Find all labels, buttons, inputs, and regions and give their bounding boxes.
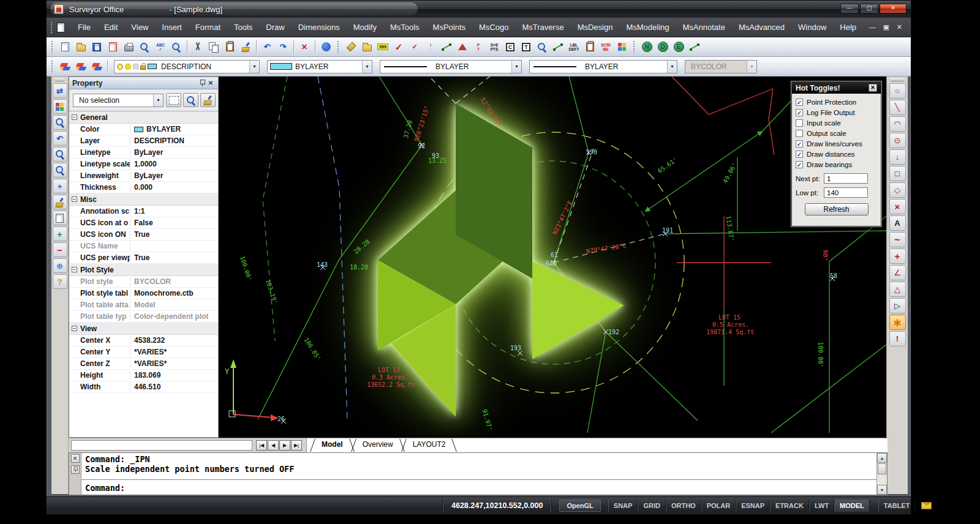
status-toggle-esnap[interactable]: ESNAP [736,500,770,512]
coordinate-display-icon[interactable] [614,40,629,54]
toggle-row[interactable]: ✓Draw distances [796,149,877,159]
chevron-down-icon[interactable]: ▼ [362,61,372,73]
collapse-icon[interactable]: − [72,326,77,331]
status-toggle-grid[interactable]: GRID [638,500,666,512]
mdi-restore-button[interactable]: ▣ [883,23,889,31]
property-value[interactable]: True [130,253,218,262]
property-value[interactable]: 446.510 [130,383,218,391]
copy-icon[interactable] [206,40,221,54]
property-row[interactable]: Plot style tablMonochrome.ctb [69,288,218,299]
toggle-row[interactable]: ✓Draw bearings [796,159,877,170]
erase-icon[interactable]: × [297,40,312,54]
chevron-down-icon[interactable]: ▼ [249,61,259,73]
cut-icon[interactable] [190,40,205,54]
redo-icon[interactable]: ↷ [276,40,290,54]
property-value[interactable]: 1.0000 [130,160,218,168]
draw-point-icon[interactable]: ⊙ [889,133,906,148]
layer-freeze-icon[interactable] [74,59,88,74]
draw-rectangle-icon[interactable]: □ [889,166,906,181]
menu-dimensions[interactable]: Dimensions [292,18,347,37]
insert-point-icon[interactable]: ↓ [889,149,906,165]
scroll-thumb[interactable] [878,463,886,474]
checkbox[interactable]: ✓ [796,151,803,158]
extents-icon[interactable]: ⊕ [53,258,67,273]
layer-combo[interactable]: DESCRIPTION ▼ [114,60,260,73]
property-row[interactable]: Linetype scale1.0000 [69,159,218,170]
property-row[interactable]: Plot styleBYCOLOR [69,276,218,288]
field-input[interactable] [824,187,868,198]
property-row[interactable]: Center Y*VARIES* [69,346,218,358]
delete-node-icon[interactable]: × [889,199,906,214]
close-drawing-icon[interactable] [105,40,120,54]
curve-t-icon[interactable]: T [519,40,533,54]
measure-icon[interactable] [53,211,67,225]
draw-segment-icon[interactable] [687,40,702,54]
property-value[interactable]: BYLAYER [130,125,218,133]
active-tool-icon[interactable]: ∗ [889,315,906,330]
property-row[interactable]: LineweightByLayer [69,170,218,182]
section-header[interactable]: −View [69,323,218,335]
lineweight-combo[interactable]: BYLAYER ▼ [529,60,677,73]
property-row[interactable]: LayerDESCRIPTION [69,135,218,147]
menu-msmodeling[interactable]: MsModeling [619,18,676,37]
spell-check-icon[interactable]: ABC✓ [153,40,168,54]
save-icon[interactable] [89,40,104,54]
new-icon[interactable] [58,40,72,54]
status-toggle-lwt[interactable]: LWT [809,500,834,512]
linetype-combo[interactable]: BYLAYER ▼ [380,60,522,73]
select-objects-button[interactable] [166,93,181,107]
menu-insert[interactable]: Insert [155,18,189,37]
section-header[interactable]: −Plot Style [69,264,218,276]
property-value[interactable]: 0.000 [130,183,218,192]
crosshair-icon[interactable]: + [889,249,906,264]
menu-mstools[interactable]: MsTools [383,18,426,37]
search-points-icon[interactable] [535,40,549,54]
status-toggle-polar[interactable]: POLAR [701,500,736,512]
print-preview-icon[interactable] [137,40,152,54]
se-points-icon[interactable]: S+EPTS [487,40,502,54]
close-icon[interactable]: ✕ [869,84,877,92]
mdi-minimize-button[interactable]: — [869,23,875,31]
menu-tools[interactable]: Tools [227,18,259,37]
offset-icon[interactable]: ▷ [889,298,906,313]
quick-select-button[interactable] [183,93,198,107]
status-toggle-snap[interactable]: SNAP [608,500,638,512]
refresh-view-icon[interactable] [53,195,67,209]
field-input[interactable] [824,173,868,184]
property-value[interactable]: True [130,230,218,239]
point-info-icon[interactable]: i· [423,40,438,54]
property-row[interactable]: Annotation sc1:1 [69,206,218,217]
verify-icon[interactable]: ✓ [391,40,406,54]
property-value[interactable]: Color-dependent plot [130,312,218,321]
menu-mstraverse[interactable]: MsTraverse [516,18,571,37]
hot-toggles-titlebar[interactable]: Hot Toggles! ✕ [792,82,881,94]
direction-icon[interactable]: D [655,40,670,54]
collapse-icon[interactable]: − [72,114,77,120]
field-notes-icon[interactable] [582,40,597,54]
notes-icon[interactable]: ! [889,331,906,346]
property-value[interactable]: ByLayer [130,171,218,180]
help-icon[interactable] [318,40,333,54]
menu-mspoints[interactable]: MsPoints [426,18,472,37]
property-row[interactable]: ColorBYLAYER [69,124,218,135]
triangle-tool-icon[interactable]: △ [889,282,906,297]
property-value[interactable]: 4538.232 [130,336,218,345]
text-icon[interactable]: A [889,215,906,231]
layer-manager-icon[interactable] [58,59,72,74]
toggle-row[interactable]: ✓Draw lines/curves [796,138,877,149]
draw-line-icon[interactable]: ╲ [889,100,906,115]
zoom-in-icon[interactable]: + [53,226,67,241]
angle-measure-icon[interactable]: ∠ [889,265,906,280]
zoom-object-icon[interactable] [53,163,67,178]
draw-line-points-icon[interactable] [439,40,454,54]
property-value[interactable]: *VARIES* [130,359,218,368]
zoom-out-icon[interactable]: − [53,242,67,257]
collapse-icon[interactable]: − [72,267,77,272]
angle-icon[interactable] [455,40,470,54]
message-envelope-icon[interactable] [921,502,932,509]
property-row[interactable]: Plot table typColor-dependent plot [69,311,218,323]
toggle-row[interactable]: ✓Point Protection [796,97,877,107]
command-scrollbar[interactable]: ▲ ▼ [876,453,887,495]
zoom-icon[interactable] [53,115,67,130]
help-pointer-icon[interactable]: ? [53,274,67,289]
